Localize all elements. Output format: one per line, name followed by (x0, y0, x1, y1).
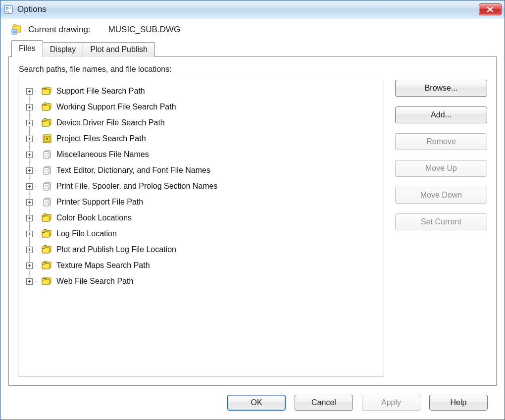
svg-rect-32 (42, 215, 45, 217)
app-icon: D TV (3, 4, 13, 14)
tree-view[interactable]: + Support File Search Path+ Working Supp… (18, 79, 384, 376)
folder-stack-icon (42, 87, 52, 96)
move-up-button[interactable]: Move Up (395, 160, 487, 177)
titlebar: D TV Options (0, 0, 505, 18)
box-icon (42, 134, 52, 143)
tree-item[interactable]: + Device Driver File Search Path (21, 115, 381, 131)
remove-button[interactable]: Remove (395, 133, 487, 150)
expand-icon[interactable]: + (26, 136, 33, 142)
expand-icon[interactable]: + (26, 215, 33, 221)
set-current-button[interactable]: Set Current (395, 213, 487, 230)
current-drawing-label: Current drawing: (28, 25, 91, 35)
tree-item[interactable]: + Print File, Spooler, and Prolog Sectio… (21, 178, 381, 194)
tree-item-label: Working Support File Search Path (56, 103, 176, 111)
document-stack-icon (42, 150, 52, 159)
current-drawing-row: Current drawing: MUSIC_SUB.DWG (11, 24, 497, 35)
svg-text:D: D (6, 6, 9, 10)
expand-icon[interactable]: + (26, 247, 33, 253)
tree-item-label: Log File Location (56, 229, 117, 238)
expand-icon[interactable]: + (26, 278, 33, 285)
tabstrip: FilesDisplayPlot and Publish (11, 40, 497, 57)
svg-rect-44 (42, 263, 45, 264)
expand-icon[interactable]: + (26, 104, 33, 110)
tree-and-buttons: + Support File Search Path+ Working Supp… (18, 79, 487, 376)
tree-item-label: Color Book Locations (56, 213, 132, 222)
tree-item[interactable]: + Log File Location (21, 226, 381, 242)
tree-item[interactable]: + Web File Search Path (21, 273, 381, 289)
tree-item[interactable]: + Project Files Search Path (21, 131, 381, 147)
expand-icon[interactable]: + (26, 231, 33, 237)
tree-item-label: Texture Maps Search Path (56, 261, 150, 270)
section-label: Search paths, file names, and file locat… (19, 65, 487, 74)
folder-stack-icon (42, 245, 52, 254)
folder-stack-icon (42, 277, 52, 286)
tree-item[interactable]: + Plot and Publish Log File Location (21, 242, 381, 258)
folder-stack-icon (42, 229, 52, 238)
cancel-button[interactable]: Cancel (295, 395, 353, 411)
side-buttons: Browse...Add...RemoveMove UpMove DownSet… (395, 79, 487, 376)
tab-display[interactable]: Display (43, 42, 83, 57)
tree-item-label: Support File Search Path (56, 87, 145, 96)
client-area: Current drawing: MUSIC_SUB.DWG FilesDisp… (0, 18, 505, 420)
close-button[interactable] (479, 3, 502, 15)
tree-item-label: Device Driver File Search Path (56, 118, 165, 127)
expand-icon[interactable]: + (26, 88, 33, 95)
svg-rect-5 (12, 29, 17, 34)
options-window: D TV Options Current drawing: (0, 0, 505, 420)
tree-item[interactable]: + Text Editor, Dictionary, and Font File… (21, 162, 381, 178)
drawing-icon (11, 24, 22, 35)
tree-item-label: Print File, Spooler, and Prolog Section … (56, 182, 218, 191)
svg-rect-4 (13, 25, 16, 26)
expand-icon[interactable]: + (26, 167, 33, 174)
tree-item-label: Plot and Publish Log File Location (56, 245, 176, 254)
folder-stack-icon (42, 118, 52, 127)
apply-button[interactable]: Apply (362, 395, 420, 411)
tab-plot-and-publish[interactable]: Plot and Publish (83, 42, 155, 57)
svg-rect-36 (42, 231, 45, 233)
tree-item[interactable]: + Color Book Locations (21, 210, 381, 226)
current-drawing-value: MUSIC_SUB.DWG (108, 25, 180, 35)
svg-rect-9 (42, 89, 45, 90)
svg-rect-13 (42, 105, 45, 106)
folder-stack-icon (42, 103, 52, 111)
window-title: Options (17, 4, 47, 14)
tree-item[interactable]: + Support File Search Path (21, 83, 381, 99)
tab-panel-files: Search paths, file names, and file locat… (8, 56, 497, 386)
document-stack-icon (42, 198, 52, 207)
document-stack-icon (42, 166, 52, 175)
folder-stack-icon (42, 261, 52, 270)
expand-icon[interactable]: + (26, 152, 33, 158)
document-stack-icon (42, 182, 52, 191)
help-button[interactable]: Help (429, 395, 488, 411)
tree-item[interactable]: + Miscellaneous File Names (21, 147, 381, 162)
close-icon (486, 6, 494, 12)
tab-files[interactable]: Files (11, 40, 43, 57)
svg-rect-48 (42, 279, 45, 280)
tree-item[interactable]: + Working Support File Search Path (21, 99, 381, 115)
svg-rect-17 (42, 120, 45, 122)
tree-item-label: Text Editor, Dictionary, and Font File N… (56, 166, 210, 175)
expand-icon[interactable]: + (26, 120, 33, 126)
folder-stack-icon (42, 213, 52, 222)
tree-item-label: Project Files Search Path (56, 134, 146, 143)
expand-icon[interactable]: + (26, 199, 33, 206)
browse-button[interactable]: Browse... (395, 80, 487, 97)
bottom-bar: OK Cancel Apply Help (8, 386, 497, 420)
move-down-button[interactable]: Move Down (395, 187, 487, 204)
tree-item[interactable]: + Printer Support File Path (21, 194, 381, 210)
expand-icon[interactable]: + (26, 183, 33, 190)
expand-icon[interactable]: + (26, 262, 33, 269)
tree-item[interactable]: + Texture Maps Search Path (21, 258, 381, 273)
tree-item-label: Printer Support File Path (56, 198, 143, 207)
add-button[interactable]: Add... (395, 106, 487, 123)
svg-rect-40 (42, 247, 45, 249)
tree-item-label: Web File Search Path (56, 277, 133, 286)
svg-text:TV: TV (5, 10, 9, 13)
svg-point-20 (46, 138, 48, 140)
tree-item-label: Miscellaneous File Names (56, 150, 149, 159)
ok-button[interactable]: OK (227, 395, 286, 411)
